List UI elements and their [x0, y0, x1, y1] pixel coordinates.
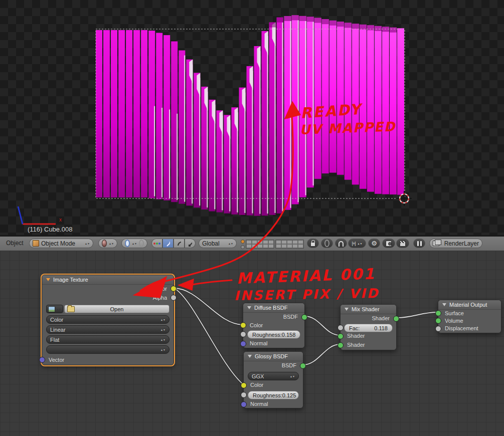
chevron-updown-icon: ▲▼ — [85, 243, 90, 245]
viewport-3d[interactable]: x (116) Cube.008 — [0, 0, 504, 235]
axis-x-label: x — [59, 217, 62, 223]
axis-icon — [153, 243, 160, 245]
collapse-triangle-icon[interactable] — [442, 303, 446, 306]
pause-button[interactable] — [413, 239, 425, 248]
socket-vector-input[interactable] — [39, 357, 45, 363]
socket-volume-input[interactable] — [435, 318, 441, 324]
collapse-triangle-icon[interactable] — [247, 306, 251, 309]
collapse-triangle-icon[interactable] — [46, 278, 50, 281]
extension-dropdown[interactable]: ▲▼ — [46, 345, 170, 354]
chevron-updown-icon: ▲▼ — [132, 243, 137, 245]
output-color-row: Color — [42, 284, 174, 293]
cube-icon — [33, 240, 39, 247]
color-space-dropdown[interactable]: Color▲▼ — [46, 315, 170, 324]
node-header[interactable]: Image Texture — [42, 275, 174, 285]
node-image-texture[interactable]: Image Texture Color Alpha ▲▼ Open Color▲… — [42, 275, 174, 365]
snap-button[interactable] — [335, 239, 347, 248]
render-still-button[interactable] — [382, 239, 395, 248]
translate-manipulator-button[interactable] — [162, 239, 174, 248]
roughness-slider[interactable]: Roughness:0.158 — [247, 330, 300, 339]
gear-icon: ⚙ — [371, 240, 377, 247]
pivot-icon — [125, 240, 130, 247]
mode-dropdown-label: Object Mode — [41, 240, 75, 247]
socket-displacement-input[interactable] — [435, 326, 441, 332]
mesh-object-slats — [96, 15, 404, 215]
layers-grid-2[interactable] — [275, 240, 304, 249]
shading-sphere-icon — [102, 240, 107, 247]
node-title: Mix Shader — [352, 306, 380, 312]
snap-target-dropdown[interactable]: |+| ▲▼ — [348, 239, 366, 248]
node-diffuse-bsdf[interactable]: Diffuse BSDF BSDF Color Roughness:0.158 … — [243, 303, 305, 348]
image-icon — [48, 306, 55, 312]
camera-icon — [386, 241, 392, 247]
node-header[interactable]: Material Output — [438, 300, 501, 310]
node-header[interactable]: Mix Shader — [341, 305, 396, 314]
chevron-updown-icon: ▲▼ — [228, 243, 233, 245]
proportional-edit-icon — [139, 240, 144, 247]
object-menu[interactable]: Object — [6, 240, 24, 247]
socket-normal-input[interactable] — [241, 401, 247, 407]
chevron-updown-icon: ▲▼ — [358, 243, 363, 245]
magnet-icon — [339, 241, 344, 247]
socket-surface-input[interactable] — [435, 310, 441, 316]
scale-manipulator-button[interactable] — [185, 239, 196, 248]
fac-slider[interactable]: Fac:0.118 — [344, 324, 393, 332]
rotate-manipulator-button[interactable] — [174, 239, 185, 248]
socket-shader1-input[interactable] — [338, 333, 344, 339]
socket-fac-input[interactable] — [338, 325, 344, 331]
render-animation-button[interactable] — [396, 239, 409, 248]
image-browse-button[interactable]: ▲▼ — [46, 305, 63, 313]
render-layer-label: RenderLayer — [444, 240, 479, 247]
roughness-slider[interactable]: Roughness:0.125 — [248, 391, 299, 399]
snap-peel-button[interactable]: ⚙ — [368, 239, 380, 248]
socket-roughness-input[interactable] — [240, 331, 246, 337]
open-image-button[interactable]: Open — [64, 305, 170, 313]
layers-grid-1[interactable] — [246, 240, 274, 249]
orientation-dropdown[interactable]: Global ▲▼ — [199, 239, 237, 248]
render-layer-dropdown[interactable]: RenderLayer — [429, 239, 482, 248]
node-title: Image Texture — [53, 277, 88, 283]
node-material-output[interactable]: Material Output Surface Volume Displacem… — [438, 300, 501, 333]
viewport-shading-button[interactable]: ▲▼ — [98, 239, 117, 248]
interpolation-dropdown[interactable]: Linear▲▼ — [46, 325, 170, 334]
node-header[interactable]: Diffuse BSDF — [243, 303, 304, 313]
socket-shader2-input[interactable] — [338, 342, 344, 348]
translate-arrow-icon — [166, 240, 170, 247]
node-editor[interactable]: Image Texture Color Alpha ▲▼ Open Color▲… — [0, 251, 504, 436]
manipulator-toggle-button[interactable] — [151, 239, 162, 248]
projection-dropdown[interactable]: Flat▲▼ — [46, 335, 170, 344]
lock-button[interactable] — [307, 239, 319, 248]
rotate-arc-icon — [177, 240, 181, 247]
node-glossy-bsdf[interactable]: Glossy BSDF BSDF GGX▲▼ Color Roughness:0… — [243, 351, 303, 408]
distribution-dropdown[interactable]: GGX▲▼ — [248, 372, 299, 380]
viewport-render: x — [0, 0, 504, 235]
lock-icon — [310, 242, 315, 247]
node-title: Diffuse BSDF — [254, 305, 287, 311]
input-vector-row: Vector — [42, 355, 174, 364]
viewport-header: Object Object Mode ▲▼ ▲▼ ▲▼ — [0, 237, 504, 251]
chevron-updown-icon: ▲▼ — [56, 308, 61, 310]
socket-alpha-output[interactable] — [171, 295, 177, 301]
socket-normal-input[interactable] — [240, 341, 246, 347]
socket-color-output[interactable] — [171, 286, 177, 292]
node-mix-shader[interactable]: Mix Shader Shader Fac:0.118 Shader Shade… — [340, 304, 397, 350]
socket-color-input[interactable] — [241, 382, 247, 388]
socket-bsdf-output[interactable] — [301, 314, 307, 320]
socket-bsdf-output[interactable] — [300, 363, 306, 369]
collapse-triangle-icon[interactable] — [345, 308, 349, 311]
socket-color-input[interactable] — [240, 322, 246, 328]
collapse-triangle-icon[interactable] — [248, 355, 252, 358]
axis-gizmo: x — [18, 206, 62, 224]
layer-indicator-dots — [241, 240, 245, 249]
mode-dropdown[interactable]: Object Mode ▲▼ — [29, 239, 93, 248]
pivot-dropdown[interactable]: ▲▼ — [121, 239, 147, 248]
orientation-label: Global — [202, 240, 220, 247]
proportional-editing-button[interactable] — [321, 239, 333, 248]
socket-roughness-input[interactable] — [241, 392, 247, 398]
node-title: Material Output — [449, 302, 487, 308]
node-title: Glossy BSDF — [255, 353, 288, 359]
node-header[interactable]: Glossy BSDF — [244, 352, 303, 361]
socket-shader-output[interactable] — [393, 316, 399, 322]
pause-icon — [417, 241, 419, 246]
clapperboard-icon — [400, 241, 406, 247]
